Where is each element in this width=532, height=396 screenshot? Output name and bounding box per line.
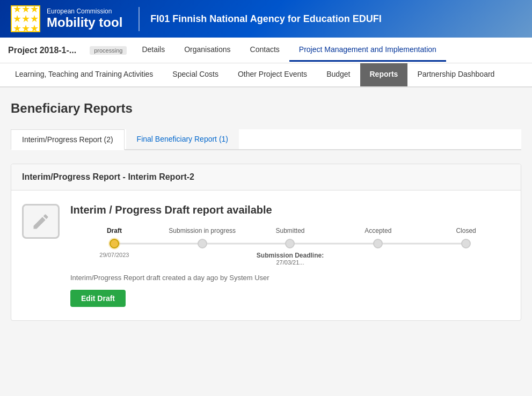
submission-deadline-label: Submission Deadline: xyxy=(249,252,332,259)
stage-label-submission-in-progress: Submission in progress xyxy=(158,227,246,234)
progress-track-row xyxy=(70,239,510,248)
dot-wrap-closed xyxy=(422,239,510,248)
tab-final-beneficiary[interactable]: Final Beneficiary Report (1) xyxy=(126,129,239,149)
page-title: Beneficiary Reports xyxy=(11,101,521,116)
dot-wrap-draft xyxy=(70,239,158,248)
nav-special-costs[interactable]: Special Costs xyxy=(163,63,228,86)
nav-other-project-events[interactable]: Other Project Events xyxy=(228,63,317,86)
date-closed xyxy=(422,252,510,266)
primary-nav: Project 2018-1-... processing Details Or… xyxy=(0,38,532,63)
commission-label: European Commission xyxy=(47,8,122,15)
secondary-nav: Learning, Teaching and Training Activiti… xyxy=(0,63,532,87)
dot-submission xyxy=(198,239,207,248)
dot-wrap-submitted xyxy=(246,239,334,248)
progress-section: Draft Submission in progress Submitted A… xyxy=(70,227,510,266)
project-title: Project 2018-1-... xyxy=(5,40,84,61)
report-tabs: Interim/Progress Report (2) Final Benefi… xyxy=(11,129,521,150)
stage-label-accepted: Accepted xyxy=(334,227,422,234)
header-divider xyxy=(139,7,140,31)
stage-label-closed: Closed xyxy=(422,227,510,234)
stage-label-draft: Draft xyxy=(70,227,158,234)
eu-logo: ★★★★★★★★★ xyxy=(11,5,40,32)
nav-project-management[interactable]: Project Management and Implementation xyxy=(289,39,446,62)
dot-accepted xyxy=(373,239,383,248)
report-draft-title: Interim / Progress Draft report availabl… xyxy=(70,204,510,216)
report-card-header: Interim/Progress Report - Interim Report… xyxy=(11,164,521,190)
report-info: Interim / Progress Draft report availabl… xyxy=(70,204,510,307)
app-header: ★★★★★★★★★ European Commission Mobility t… xyxy=(0,0,532,38)
main-content: Beneficiary Reports Interim/Progress Rep… xyxy=(0,87,532,392)
date-submission xyxy=(158,252,246,266)
dot-wrap-submission xyxy=(158,239,246,248)
dot-wrap-accepted xyxy=(334,239,422,248)
nav-details[interactable]: Details xyxy=(132,39,174,62)
stage-label-submitted: Submitted xyxy=(246,227,334,234)
eu-stars-icon: ★★★★★★★★★ xyxy=(13,4,39,33)
mobility-tool-label: Mobility tool xyxy=(47,15,122,30)
draft-info-text: Interim/Progress Report draft created a … xyxy=(70,274,510,282)
stages-labels-row: Draft Submission in progress Submitted A… xyxy=(70,227,510,234)
date-submitted: Submission Deadline: 27/03/21... xyxy=(246,252,334,266)
edit-draft-button[interactable]: Edit Draft xyxy=(70,290,126,307)
report-card-body: Interim / Progress Draft report availabl… xyxy=(11,190,521,320)
report-draft-icon xyxy=(22,204,60,239)
nav-contacts[interactable]: Contacts xyxy=(241,39,289,62)
dot-draft xyxy=(110,239,119,248)
date-draft: 29/07/2023 xyxy=(70,252,158,266)
dot-closed xyxy=(461,239,471,248)
dates-row: 29/07/2023 Submission Deadline: 27/03/21… xyxy=(70,252,510,266)
submission-deadline-date: 27/03/21... xyxy=(249,259,332,266)
nav-reports[interactable]: Reports xyxy=(360,63,408,86)
report-status-row: Interim / Progress Draft report availabl… xyxy=(22,204,510,307)
header-brand: European Commission Mobility tool xyxy=(47,8,122,30)
report-card: Interim/Progress Report - Interim Report… xyxy=(11,164,521,321)
tab-interim-progress[interactable]: Interim/Progress Report (2) xyxy=(11,129,125,150)
edit-document-icon xyxy=(31,212,50,231)
processing-badge: processing xyxy=(90,46,127,55)
dot-submitted xyxy=(285,239,295,248)
agency-name: FI01 Finnish National Agency for Educati… xyxy=(150,13,381,25)
date-accepted xyxy=(334,252,422,266)
nav-organisations[interactable]: Organisations xyxy=(174,39,240,62)
nav-ltta[interactable]: Learning, Teaching and Training Activiti… xyxy=(5,63,163,86)
nav-partnership-dashboard[interactable]: Partnership Dashboard xyxy=(407,63,504,86)
nav-budget[interactable]: Budget xyxy=(317,63,360,86)
